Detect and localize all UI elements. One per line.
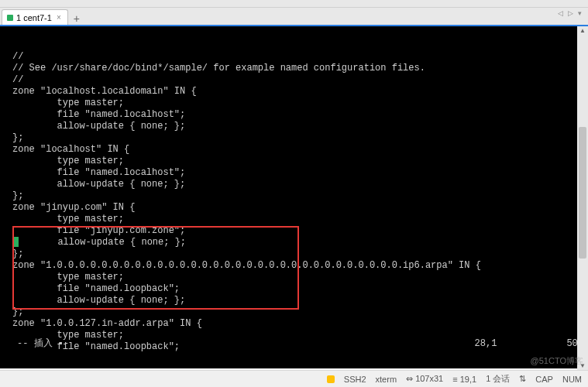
scroll-up-icon[interactable]: ▲ xyxy=(577,27,588,34)
status-term: xterm xyxy=(376,375,397,384)
terminal-line: type master; xyxy=(12,156,583,167)
terminal-cursor xyxy=(12,237,19,247)
scroll-thumb[interactable] xyxy=(579,127,586,259)
status-updown-icon: ⇅ xyxy=(519,374,526,384)
terminal-line: // xyxy=(12,74,583,86)
terminal-line: // See /usr/share/doc/bind*/sample/ for … xyxy=(12,63,583,74)
tab-label: 1 cent7-1 xyxy=(16,13,52,22)
vertical-scrollbar[interactable]: ▲ ▼ xyxy=(577,26,588,370)
close-tab-icon[interactable]: × xyxy=(57,13,61,22)
terminal-line: type master; xyxy=(12,98,583,109)
terminal-line: }; xyxy=(12,132,583,144)
terminal-line: zone "1.0.0.0.0.0.0.0.0.0.0.0.0.0.0.0.0.… xyxy=(12,260,583,272)
terminal-line: // xyxy=(12,51,583,63)
terminal-line: allow-update { none; }; xyxy=(12,121,583,132)
tab-bar: 1 cent7-1 × + ◁ ▷ ▾ xyxy=(0,8,588,25)
vim-mode: -- 插入 -- xyxy=(17,338,69,350)
nav-left-icon[interactable]: ◁ xyxy=(556,9,565,17)
terminal-line: file "jinyup.com.zone"; xyxy=(12,225,583,237)
status-sessions: 1 会话 xyxy=(486,373,510,385)
terminal-line: }; xyxy=(12,248,583,260)
terminal-line: type master; xyxy=(12,214,583,225)
terminal-viewport[interactable]: //// See /usr/share/doc/bind*/sample/ fo… xyxy=(0,25,588,368)
terminal-line: allow-update { none; }; xyxy=(12,295,583,307)
ssh-icon xyxy=(327,375,335,383)
status-rows: ≡ 19,1 xyxy=(452,375,476,384)
nav-right-icon[interactable]: ▷ xyxy=(566,9,575,17)
status-size: ⇔ 107x31 xyxy=(406,374,443,384)
tab-1[interactable]: 1 cent7-1 × xyxy=(2,9,68,25)
terminal-line: zone "localhost" IN { xyxy=(12,144,583,156)
vim-position: 28,1 xyxy=(475,338,497,350)
terminal-line: type master; xyxy=(12,272,583,283)
terminal-line: }; xyxy=(12,307,583,318)
terminal-line: file "named.loopback"; xyxy=(12,283,583,295)
terminal-line: file "named.localhost"; xyxy=(12,167,583,179)
terminal-line: zone "jinyup.com" IN { xyxy=(12,202,583,214)
terminal-line: zone "1.0.0.127.in-addr.arpa" IN { xyxy=(12,318,583,330)
tab-nav: ◁ ▷ ▾ xyxy=(556,9,583,17)
vim-status-line: -- 插入 -- 28,1 50% xyxy=(17,338,583,350)
watermark-text: @51CTO博客 xyxy=(531,355,583,367)
status-caps: CAP xyxy=(535,375,553,384)
terminal-line: }; xyxy=(12,190,583,202)
terminal-line: file "named.localhost"; xyxy=(12,109,583,121)
status-ssh: SSH2 xyxy=(344,375,366,384)
connection-status-icon xyxy=(7,15,13,21)
status-num: NUM xyxy=(562,375,582,384)
window-chrome-top xyxy=(0,0,588,8)
status-bar: SSH2 xterm ⇔ 107x31 ≡ 19,1 1 会话 ⇅ CAP NU… xyxy=(0,370,588,387)
terminal-line: allow-update { none; }; xyxy=(12,237,583,248)
terminal-line: zone "localhost.localdomain" IN { xyxy=(12,86,583,98)
add-tab-button[interactable]: + xyxy=(68,12,85,25)
terminal-line: allow-update { none; }; xyxy=(12,179,583,190)
nav-menu-icon[interactable]: ▾ xyxy=(576,9,583,17)
